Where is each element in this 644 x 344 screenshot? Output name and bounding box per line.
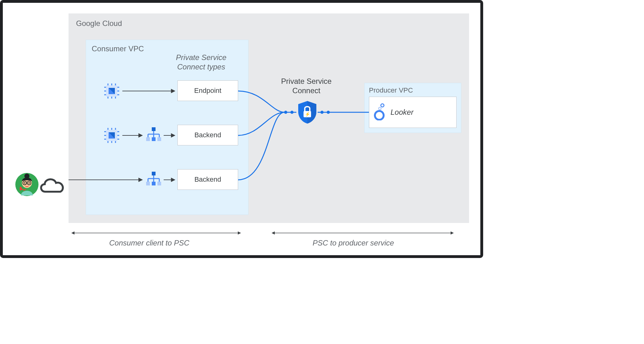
cloud-icon xyxy=(37,174,68,197)
looker-icon xyxy=(374,103,386,122)
svg-rect-54 xyxy=(20,187,22,190)
psc-types-heading-text: Private Service Connect types xyxy=(176,53,226,71)
svg-point-57 xyxy=(381,104,384,107)
diagram-canvas: Google Cloud Consumer VPC Private Servic… xyxy=(3,3,480,255)
consumer-vpc-label: Consumer VPC xyxy=(92,44,243,53)
svg-rect-36 xyxy=(157,137,161,141)
psc-label: Private Service Connect xyxy=(269,77,344,95)
load-balancer-icon xyxy=(145,125,162,143)
psc-shield-icon: ⚡ xyxy=(296,100,318,126)
bracket-right-label: PSC to producer service xyxy=(313,239,394,247)
svg-point-53 xyxy=(28,182,30,184)
backend-box-2: Backend xyxy=(177,169,238,190)
compute-chip-icon xyxy=(103,82,120,100)
compute-chip-icon xyxy=(103,127,120,144)
bracket-left-label: Consumer client to PSC xyxy=(109,239,189,247)
svg-point-48 xyxy=(24,174,29,179)
svg-text:⚡: ⚡ xyxy=(305,112,310,117)
backend-box-1: Backend xyxy=(177,125,238,145)
svg-rect-44 xyxy=(152,182,156,185)
endpoint-label: Endpoint xyxy=(194,87,222,95)
svg-point-52 xyxy=(24,182,25,184)
looker-label: Looker xyxy=(391,108,413,117)
svg-point-58 xyxy=(379,107,381,110)
svg-point-59 xyxy=(375,111,384,120)
svg-rect-35 xyxy=(152,137,156,141)
svg-rect-37 xyxy=(152,172,156,175)
load-balancer-icon xyxy=(145,170,162,187)
endpoint-box: Endpoint xyxy=(177,80,238,101)
looker-box: Looker xyxy=(369,97,457,128)
svg-rect-34 xyxy=(146,137,150,141)
svg-rect-45 xyxy=(157,182,161,185)
user-avatar-icon xyxy=(15,172,39,198)
google-cloud-label: Google Cloud xyxy=(76,19,462,28)
backend-label-1: Backend xyxy=(194,131,221,139)
svg-rect-43 xyxy=(146,182,150,185)
backend-label-2: Backend xyxy=(194,175,221,184)
psc-types-heading: Private Service Connect types xyxy=(161,53,242,72)
psc-label-text: Private Service Connect xyxy=(281,77,331,95)
svg-rect-28 xyxy=(152,127,156,131)
producer-vpc-label: Producer VPC xyxy=(369,86,457,94)
